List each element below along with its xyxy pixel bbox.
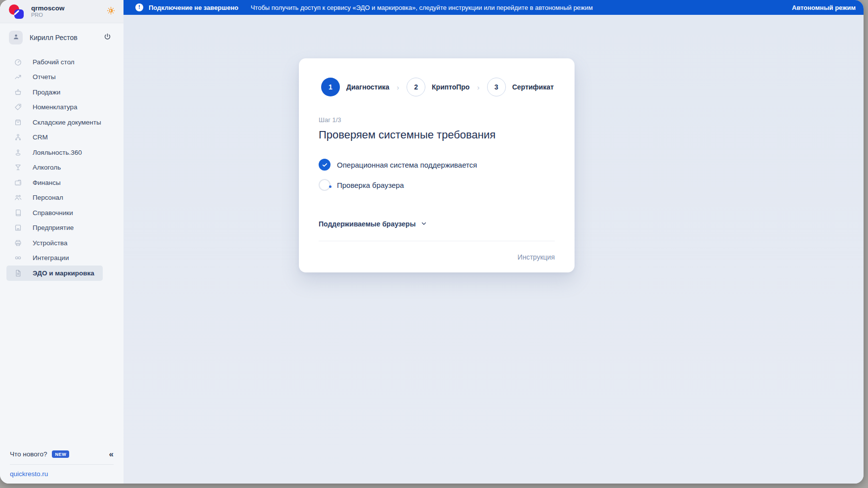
quickresto-site-link[interactable]: quickresto.ru xyxy=(10,465,114,478)
new-badge: NEW xyxy=(52,450,69,458)
wallet-icon xyxy=(14,178,22,187)
alert-icon: ! xyxy=(135,3,143,11)
sidebar-item-desktop[interactable]: Рабочий стол xyxy=(0,54,124,70)
sidebar-item-reports[interactable]: Отчеты xyxy=(0,70,124,85)
step-3-label: Сертификат xyxy=(512,83,554,91)
warehouse-box-icon xyxy=(14,118,22,127)
sun-icon xyxy=(106,6,116,17)
connection-banner: ! Подключение не завершено Чтобы получит… xyxy=(124,0,864,15)
check-row-browser: Проверка браузера xyxy=(319,179,555,191)
sidebar-nav: Рабочий стол Отчеты Продажи Номенклатура… xyxy=(0,50,124,450)
logout-button[interactable] xyxy=(103,33,115,43)
check-row-os: Операционная система поддерживается xyxy=(319,159,555,171)
quickresto-logo-icon xyxy=(9,4,24,19)
spinner-icon xyxy=(319,179,331,191)
infinity-icon xyxy=(14,254,22,262)
chevron-down-icon xyxy=(421,220,427,228)
main-area: ! Подключение не завершено Чтобы получит… xyxy=(124,0,864,484)
sidebar-item-loyalty360[interactable]: Лояльность.360 xyxy=(0,145,124,160)
whats-new-link[interactable]: Что нового? xyxy=(10,450,47,458)
theme-toggle-button[interactable] xyxy=(106,6,116,17)
step-1-label: Диагностика xyxy=(346,83,389,91)
sidebar-item-directories[interactable]: Справочники xyxy=(0,205,124,221)
sidebar-item-edo-marking[interactable]: ЭДО и маркировка xyxy=(6,266,103,281)
step-2-label: КриптоПро xyxy=(432,83,470,91)
people-icon xyxy=(14,193,22,202)
content-area: 1 Диагностика › 2 КриптоПро › 3 Сертифик… xyxy=(124,15,864,484)
card-divider xyxy=(319,241,555,241)
card-title: Проверяем системные требования xyxy=(319,128,555,142)
sidebar-item-enterprise[interactable]: Предприятие xyxy=(0,221,124,236)
check-label: Операционная система поддерживается xyxy=(337,161,477,169)
check-circle-icon xyxy=(319,159,331,171)
sidebar-item-finance[interactable]: Финансы xyxy=(0,175,124,190)
sidebar-item-sales[interactable]: Продажи xyxy=(0,85,124,100)
dashboard-icon xyxy=(14,58,22,66)
sidebar: qrmoscow PRO xyxy=(0,0,124,484)
brand-header: qrmoscow PRO xyxy=(0,0,124,23)
crm-orgchart-icon xyxy=(14,133,22,141)
collapse-sidebar-button[interactable]: « xyxy=(109,450,114,458)
user-name: Кирилл Рестов xyxy=(30,34,96,42)
person-icon xyxy=(12,33,20,43)
printer-icon xyxy=(14,239,22,247)
sidebar-item-nomenclature[interactable]: Номенклатура xyxy=(0,100,124,115)
user-avatar xyxy=(9,31,23,44)
supported-browsers-toggle[interactable]: Поддерживаемые браузеры xyxy=(319,220,427,228)
power-icon xyxy=(103,33,112,43)
book-icon xyxy=(14,209,22,217)
app-window: qrmoscow PRO xyxy=(0,0,864,484)
step-2-circle: 2 xyxy=(407,78,425,96)
wizard-stepper: 1 Диагностика › 2 КриптоПро › 3 Сертифик… xyxy=(321,78,555,96)
toggle-label: Поддерживаемые браузеры xyxy=(319,220,415,228)
banner-status: Подключение не завершено xyxy=(149,4,238,11)
document-icon xyxy=(14,269,22,277)
sidebar-item-warehouse-docs[interactable]: Складские документы xyxy=(0,115,124,130)
sidebar-item-integrations[interactable]: Интеграции xyxy=(0,251,124,266)
check-list: Операционная система поддерживается Пров… xyxy=(319,159,555,191)
chevron-right-icon: › xyxy=(477,83,480,91)
tag-icon xyxy=(14,103,22,111)
sidebar-item-crm[interactable]: CRM xyxy=(0,130,124,145)
workspace-name: qrmoscow xyxy=(31,4,65,12)
loyalty-person-icon xyxy=(14,148,22,157)
banner-message: Чтобы получить доступ к сервису «ЭДО и м… xyxy=(250,4,786,11)
sidebar-item-staff[interactable]: Персонал xyxy=(0,190,124,206)
step-3-circle: 3 xyxy=(487,78,506,96)
sidebar-item-alcohol[interactable]: Алкоголь xyxy=(0,160,124,176)
diagnostics-card: 1 Диагностика › 2 КриптоПро › 3 Сертифик… xyxy=(299,58,575,272)
sidebar-item-devices[interactable]: Устройства xyxy=(0,235,124,251)
offline-mode-button[interactable]: Автономный режим xyxy=(792,4,856,11)
storefront-icon xyxy=(14,223,22,232)
martini-glass-icon xyxy=(14,163,22,172)
sales-basket-icon xyxy=(14,88,22,96)
chevron-right-icon: › xyxy=(397,83,399,91)
plan-label: PRO xyxy=(31,12,65,18)
reports-icon xyxy=(14,73,22,81)
instruction-link[interactable]: Инструкция xyxy=(518,253,555,261)
user-row[interactable]: Кирилл Рестов xyxy=(0,23,124,50)
check-label: Проверка браузера xyxy=(337,181,404,189)
step-1-circle: 1 xyxy=(321,78,340,96)
sidebar-footer: Что нового? NEW « quickresto.ru xyxy=(0,450,124,484)
step-caption: Шаг 1/3 xyxy=(319,116,555,124)
